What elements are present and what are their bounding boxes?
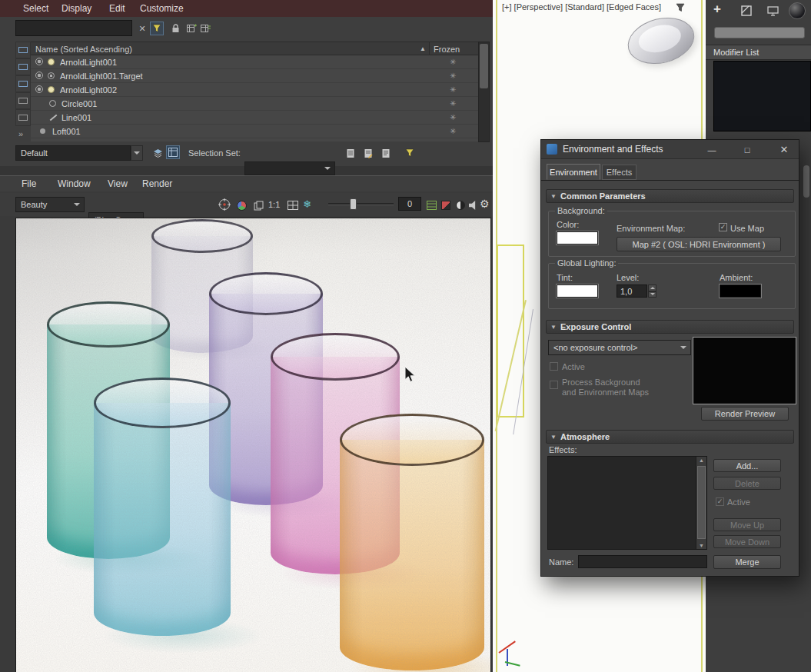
display-geometry-toggle-icon[interactable] (15, 58, 31, 75)
menu-render[interactable]: Render (142, 178, 172, 189)
menu-select[interactable]: Select (23, 3, 48, 14)
menu-view[interactable]: View (108, 178, 128, 189)
table-row[interactable]: ArnoldLight001 ✳ (31, 55, 478, 69)
table-row[interactable]: ArnoldLight001.Target ✳ (31, 69, 478, 83)
use-map-checkbox[interactable]: ✓ (719, 223, 727, 231)
level-field[interactable]: 1,0 (617, 284, 647, 298)
named-set-icon[interactable] (344, 146, 357, 160)
merge-button[interactable]: Merge (713, 555, 781, 569)
frozen-icon[interactable]: ✳ (450, 99, 456, 108)
lock-icon[interactable] (168, 22, 182, 35)
render-sphere-icon[interactable] (789, 2, 806, 19)
effect-name-input[interactable] (578, 555, 707, 568)
move-down-button[interactable]: Move Down (713, 535, 781, 548)
gamma-slider-track[interactable] (328, 203, 394, 205)
table-row[interactable]: Line001 ✳ (31, 111, 478, 125)
display-lights-toggle-icon[interactable] (15, 92, 31, 109)
ambient-swatch[interactable] (720, 284, 761, 298)
strip-overflow-button[interactable]: » (18, 129, 23, 138)
menu-edit[interactable]: Edit (109, 3, 125, 14)
gear-icon[interactable]: ⚙ (480, 198, 490, 210)
minimize-button[interactable]: — (701, 142, 723, 157)
object-name-field[interactable] (714, 27, 805, 38)
clear-search-button[interactable]: ✕ (135, 22, 149, 35)
modifier-list-dropdown[interactable]: Modifier List (706, 45, 811, 60)
move-up-button[interactable]: Move Up (713, 518, 781, 531)
channel-table-icon[interactable] (424, 198, 438, 212)
rollout-atmosphere[interactable]: ▼ Atmosphere (546, 430, 794, 444)
selection-set-dropdown[interactable] (244, 161, 335, 175)
filter-icon[interactable] (150, 22, 164, 35)
gamma-value-field[interactable]: 0 (398, 197, 421, 211)
scrollbar-thumb[interactable] (697, 466, 706, 539)
tint-swatch[interactable] (557, 284, 598, 298)
tab-effects[interactable]: Effects (602, 165, 637, 180)
create-tab-icon[interactable]: + (713, 2, 721, 17)
view-layer-dropdown[interactable]: Beauty (15, 197, 85, 212)
display-tab-icon[interactable] (766, 4, 779, 18)
select-set-icon[interactable] (379, 146, 393, 160)
zoom-ratio-label[interactable]: 1:1 (268, 200, 280, 209)
dialog-titlebar[interactable]: Environment and Effects — □ ✕ (541, 140, 799, 159)
atmosphere-active-checkbox[interactable]: ✓ (716, 497, 724, 506)
render-region-icon[interactable] (218, 198, 231, 211)
add-column-icon[interactable] (184, 22, 198, 35)
table-header[interactable]: Name (Sorted Ascending) ▲ Frozen (31, 42, 490, 55)
display-shapes-toggle-icon[interactable] (15, 75, 31, 92)
scrollbar-thumb[interactable] (480, 44, 488, 88)
filter-set-icon[interactable] (403, 146, 417, 160)
scene-explorer-mode-icon[interactable] (166, 145, 180, 159)
layers-icon[interactable] (151, 146, 165, 160)
table-row-clipped[interactable] (31, 138, 478, 142)
edit-columns-icon[interactable] (198, 22, 212, 35)
snowflake-icon[interactable]: ❄ (303, 198, 311, 210)
layout-grid-icon[interactable] (286, 198, 300, 212)
frozen-icon[interactable]: ✳ (450, 127, 456, 135)
table-row[interactable]: Loft001 ✳ (31, 125, 478, 138)
red-channel-icon[interactable] (439, 198, 453, 212)
render-preview-button[interactable]: Render Preview (701, 407, 789, 421)
listbox-scrollbar[interactable]: ▲ ▼ (696, 457, 706, 549)
table-scrollbar[interactable] (478, 42, 490, 142)
menu-window[interactable]: Window (58, 178, 91, 189)
frozen-icon[interactable]: ✳ (450, 58, 456, 66)
close-button[interactable]: ✕ (773, 142, 795, 157)
search-input[interactable] (15, 20, 132, 36)
add-effect-button[interactable]: Add... (713, 459, 781, 472)
edit-set-icon[interactable] (361, 146, 375, 160)
exposure-control-dropdown[interactable]: <no exposure control> (548, 340, 691, 355)
level-spinner[interactable] (648, 284, 656, 298)
layout-tab-icon[interactable] (740, 4, 753, 18)
filter-icon[interactable] (676, 3, 685, 14)
process-background-checkbox[interactable] (550, 381, 558, 389)
preset-dropdown-button[interactable] (131, 145, 143, 161)
eye-icon[interactable] (35, 72, 43, 79)
delete-effect-button[interactable]: Delete (713, 477, 781, 490)
gamma-slider-thumb[interactable] (350, 198, 357, 210)
spinner-up[interactable] (648, 284, 656, 291)
sound-icon[interactable] (467, 198, 480, 212)
effects-listbox[interactable]: ▲ ▼ (547, 456, 707, 550)
alpha-channel-icon[interactable] (454, 198, 467, 212)
rollout-exposure-control[interactable]: ▼ Exposure Control (546, 320, 794, 334)
menu-file[interactable]: File (22, 178, 36, 189)
light-dome-gizmo[interactable] (623, 11, 699, 71)
preset-dropdown[interactable]: Default (15, 145, 131, 161)
eye-icon[interactable] (35, 58, 43, 65)
spinner-down[interactable] (648, 291, 656, 298)
frozen-icon[interactable]: ✳ (450, 72, 456, 80)
scroll-up-icon[interactable]: ▲ (699, 457, 704, 463)
viewport-label[interactable]: [+] [Perspective] [Standard] [Edged Face… (502, 2, 661, 12)
exposure-active-checkbox[interactable] (550, 362, 558, 371)
column-name[interactable]: Name (Sorted Ascending) (35, 45, 132, 54)
frozen-icon[interactable]: ✳ (450, 113, 456, 121)
menu-display[interactable]: Display (61, 3, 91, 14)
rollout-common-parameters[interactable]: ▼ Common Parameters (546, 189, 794, 203)
environment-map-button[interactable]: Map #2 ( OSL: HDRI Environment ) (617, 237, 781, 251)
rgb-channels-icon[interactable] (234, 198, 248, 212)
clone-buffer-icon[interactable] (251, 198, 265, 212)
column-frozen[interactable]: Frozen (434, 45, 460, 54)
display-all-toggle-icon[interactable] (15, 42, 31, 58)
menu-customize[interactable]: Customize (140, 3, 184, 14)
modifier-stack[interactable] (713, 61, 811, 131)
